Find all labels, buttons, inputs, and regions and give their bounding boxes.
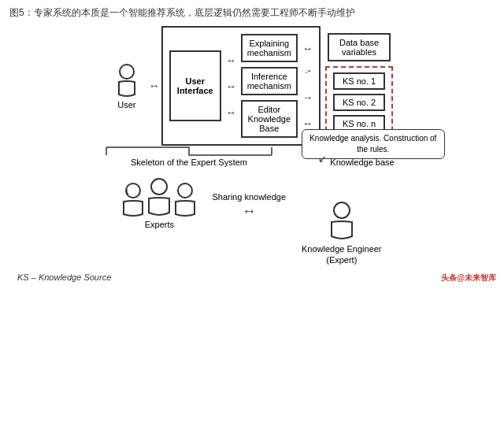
ks-dashed-box: KS no. 1 KS no. 2 KS no. n <box>325 66 393 139</box>
expert-figure-2 <box>147 176 171 217</box>
svg-point-3 <box>178 183 192 198</box>
editor-kb-box: EditorKnowledgeBase <box>241 100 298 138</box>
kb-section: Data basevariables KS no. 1 KS no. 2 KS … <box>325 33 393 139</box>
expert1-head-icon <box>124 181 143 200</box>
svg-point-2 <box>151 179 167 195</box>
explaining-mechanism-box: Explainingmechanism <box>241 34 298 62</box>
inference-ks1-arrow: → <box>300 64 315 79</box>
experts-figures <box>122 176 196 217</box>
user-ui-arrow: ↔ <box>149 80 160 92</box>
svg-point-1 <box>126 183 140 198</box>
editor-ks-arrow: ↔ <box>302 117 313 129</box>
expert-figure-1 <box>122 181 144 217</box>
callout-arrow-icon: ↙ <box>318 152 327 166</box>
right-arrows: ↔ → → ↔ <box>302 43 313 129</box>
knowledge-callout-box: Knowledge analysis. Construction of the … <box>302 129 445 159</box>
skeleton-label: Skeleton of the Expert System <box>131 158 247 167</box>
explaining-db-arrow: ↔ <box>302 43 313 54</box>
user-head-icon <box>118 63 135 80</box>
ks2-box: KS no. 2 <box>333 94 385 111</box>
knowledge-engineer-group: Knowledge analysis. Construction of the … <box>302 176 382 266</box>
bottom-section: Experts Sharing knowledge ↔ Knowledge an… <box>9 176 495 266</box>
ke-body-icon <box>330 221 354 241</box>
ui-arrows: ↔ ↔ ↔ <box>226 54 236 118</box>
expert2-body-icon <box>147 197 171 217</box>
diagram-area: User ↔ UserInterface ↔ ↔ ↔ Explainingmec… <box>9 26 495 282</box>
inference-ks2-arrow: → <box>302 91 313 103</box>
sharing-arrow-icon: ↔ <box>242 203 256 220</box>
ks-footnote: KS – Knowledge Source <box>9 272 111 282</box>
skeleton-brace-section: Skeleton of the Expert System <box>87 146 291 167</box>
expert-figure-3 <box>174 181 196 217</box>
svg-point-4 <box>334 202 350 218</box>
figure-title: 图5：专家系统的本质是一个智能推荐系统，底层逻辑仍然需要工程师不断手动维护 <box>9 6 495 20</box>
ke-figure <box>330 200 354 241</box>
ke-head-icon <box>332 200 352 221</box>
sharing-arrow-group: Sharing knowledge ↔ <box>212 192 286 220</box>
skeleton-box: UserInterface ↔ ↔ ↔ Explainingmechanism … <box>161 26 321 146</box>
top-section: User ↔ UserInterface ↔ ↔ ↔ Explainingmec… <box>9 26 495 146</box>
ui-editor-arrow: ↔ <box>226 106 236 118</box>
ke-label: Knowledge Engineer(Expert) <box>302 243 382 266</box>
expert3-body-icon <box>174 200 196 217</box>
expert2-head-icon <box>149 176 169 197</box>
mechanisms-column: Explainingmechanism Inferencemechanism E… <box>241 34 298 138</box>
user-body-icon <box>116 80 138 98</box>
ui-inference-arrow: ↔ <box>226 80 236 92</box>
user-figure: User <box>111 63 143 109</box>
watermark: 头条@未来智库 <box>441 272 496 284</box>
ui-explaining-arrow: ↔ <box>226 54 236 66</box>
experts-label: Experts <box>145 220 174 229</box>
sharing-label: Sharing knowledge <box>212 192 286 202</box>
database-variables-box: Data basevariables <box>328 33 391 61</box>
expert3-head-icon <box>176 181 195 200</box>
skeleton-brace-icon <box>102 146 276 157</box>
inference-mechanism-box: Inferencemechanism <box>241 67 298 95</box>
callout-text: Knowledge analysis. Construction of the … <box>309 134 436 154</box>
ks1-box: KS no. 1 <box>333 72 385 90</box>
experts-group: Experts <box>122 176 196 229</box>
expert1-body-icon <box>122 200 144 217</box>
svg-point-0 <box>120 65 134 79</box>
ui-box: UserInterface <box>169 50 221 121</box>
user-label: User <box>117 100 135 109</box>
